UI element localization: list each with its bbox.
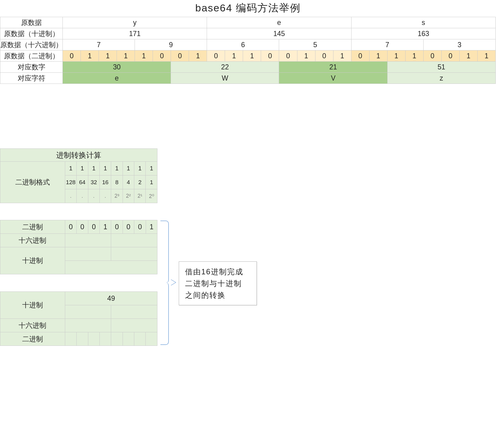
exbit-4[interactable]: 0 xyxy=(111,220,123,234)
dec3-val[interactable]: 49 xyxy=(65,292,157,305)
raw-char-1[interactable]: e xyxy=(207,17,351,28)
pow-5[interactable]: 2² xyxy=(123,189,134,203)
bit-15[interactable]: 1 xyxy=(333,50,351,62)
hex-1[interactable]: 9 xyxy=(135,39,207,50)
bit-23[interactable]: 1 xyxy=(477,50,495,62)
numidx-0[interactable]: 30 xyxy=(63,62,171,73)
bit-14[interactable]: 0 xyxy=(315,50,333,62)
bin3-4[interactable] xyxy=(111,332,123,346)
numidx-1[interactable]: 22 xyxy=(171,62,279,73)
numidx-2[interactable]: 21 xyxy=(279,62,387,73)
ones-0[interactable]: 1 xyxy=(65,162,76,175)
bit-3[interactable]: 1 xyxy=(117,50,135,62)
bin3-0[interactable] xyxy=(65,332,76,346)
hex-2[interactable]: 6 xyxy=(207,39,279,50)
bit-8[interactable]: 0 xyxy=(207,50,225,62)
pow-0[interactable]: . xyxy=(65,189,76,203)
bit-6[interactable]: 0 xyxy=(171,50,189,62)
char-0[interactable]: e xyxy=(63,73,171,84)
bit-12[interactable]: 0 xyxy=(279,50,297,62)
exbit-2[interactable]: 0 xyxy=(88,220,99,234)
numidx-3[interactable]: 51 xyxy=(387,62,495,73)
bin3-6[interactable] xyxy=(134,332,146,346)
raw-char-0[interactable]: y xyxy=(63,17,207,28)
exbit-5[interactable]: 0 xyxy=(123,220,134,234)
pow-1[interactable]: . xyxy=(77,189,88,203)
exbit-1[interactable]: 0 xyxy=(77,220,88,234)
weight-6[interactable]: 2 xyxy=(134,175,146,189)
label-chars: 对应字符 xyxy=(0,73,63,84)
bit-22[interactable]: 1 xyxy=(459,50,477,62)
bin3-5[interactable] xyxy=(123,332,134,346)
dec3-slot-a[interactable] xyxy=(65,305,111,319)
weight-2[interactable]: 32 xyxy=(88,175,99,189)
conv-block-2: 十进制 49 十六进制 二进制 xyxy=(0,291,157,346)
bit-4[interactable]: 1 xyxy=(135,50,153,62)
conv-header: 进制转换计算 xyxy=(0,149,157,162)
bit-21[interactable]: 0 xyxy=(441,50,459,62)
bit-9[interactable]: 1 xyxy=(225,50,243,62)
pow-7[interactable]: 2⁰ xyxy=(146,189,157,203)
weight-7[interactable]: 1 xyxy=(146,175,157,189)
hex3-slot-a[interactable] xyxy=(65,319,111,332)
dec-0[interactable]: 171 xyxy=(63,28,207,39)
bit-13[interactable]: 1 xyxy=(297,50,315,62)
hex-slot-b[interactable] xyxy=(111,234,157,247)
bit-16[interactable]: 0 xyxy=(351,50,369,62)
bin3-1[interactable] xyxy=(77,332,88,346)
ones-2[interactable]: 1 xyxy=(88,162,99,175)
bit-5[interactable]: 0 xyxy=(153,50,171,62)
ones-1[interactable]: 1 xyxy=(77,162,88,175)
weight-0[interactable]: 128 xyxy=(65,175,76,189)
weight-1[interactable]: 64 xyxy=(77,175,88,189)
pow-6[interactable]: 2¹ xyxy=(134,189,146,203)
bit-7[interactable]: 1 xyxy=(189,50,207,62)
dec-2[interactable]: 163 xyxy=(351,28,495,39)
bin3-3[interactable] xyxy=(99,332,111,346)
bit-17[interactable]: 1 xyxy=(369,50,387,62)
ones-3[interactable]: 1 xyxy=(99,162,111,175)
bit-19[interactable]: 1 xyxy=(405,50,423,62)
hex3-slot-b[interactable] xyxy=(111,319,157,332)
char-3[interactable]: z xyxy=(387,73,495,84)
exbit-7[interactable]: 1 xyxy=(146,220,157,234)
dec-slot-a[interactable] xyxy=(65,247,111,261)
hex-5[interactable]: 3 xyxy=(423,39,495,50)
dec3-slot-b[interactable] xyxy=(111,305,157,319)
bit-20[interactable]: 0 xyxy=(423,50,441,62)
weight-3[interactable]: 16 xyxy=(99,175,111,189)
bit-10[interactable]: 1 xyxy=(243,50,261,62)
note-l2: 二进制与十进制 xyxy=(185,278,251,289)
ones-6[interactable]: 1 xyxy=(134,162,146,175)
hex-0[interactable]: 7 xyxy=(63,39,135,50)
dec-1[interactable]: 145 xyxy=(207,28,351,39)
ones-7[interactable]: 1 xyxy=(146,162,157,175)
exbit-3[interactable]: 1 xyxy=(100,220,111,234)
bit-2[interactable]: 1 xyxy=(99,50,117,62)
char-1[interactable]: W xyxy=(171,73,279,84)
bin3-7[interactable] xyxy=(146,332,157,346)
pow-4[interactable]: 2³ xyxy=(111,189,123,203)
hex-slot-a[interactable] xyxy=(65,234,111,247)
weight-5[interactable]: 4 xyxy=(123,175,134,189)
bit-11[interactable]: 0 xyxy=(261,50,279,62)
bit-1[interactable]: 1 xyxy=(81,50,99,62)
dec-slot-b[interactable] xyxy=(111,247,157,261)
pow-2[interactable]: . xyxy=(88,189,99,203)
bit-18[interactable]: 1 xyxy=(387,50,405,62)
bin3-2[interactable] xyxy=(88,332,99,346)
ones-4[interactable]: 1 xyxy=(111,162,123,175)
exbit-6[interactable]: 0 xyxy=(134,220,146,234)
bit-0[interactable]: 0 xyxy=(63,50,81,62)
label-dec2: 十进制 xyxy=(0,247,65,274)
pow-3[interactable]: . xyxy=(99,189,111,203)
raw-char-2[interactable]: s xyxy=(351,17,495,28)
hex-4[interactable]: 7 xyxy=(351,39,423,50)
note-box[interactable]: 借由16进制完成 二进制与十进制 之间的转换 xyxy=(179,261,257,305)
weight-4[interactable]: 8 xyxy=(111,175,123,189)
ones-5[interactable]: 1 xyxy=(123,162,134,175)
exbit-0[interactable]: 0 xyxy=(65,220,76,234)
dec-slot-c[interactable] xyxy=(65,261,157,274)
char-2[interactable]: V xyxy=(279,73,387,84)
hex-3[interactable]: 5 xyxy=(279,39,351,50)
